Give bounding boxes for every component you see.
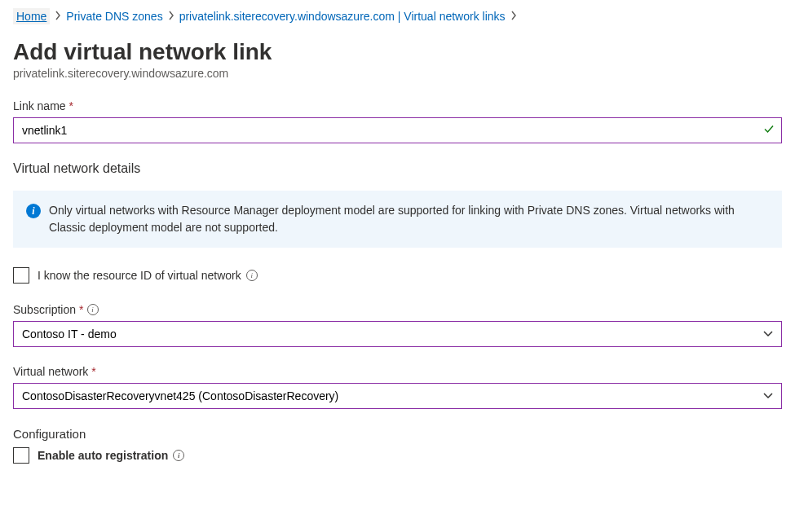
subscription-label: Subscription * i bbox=[13, 303, 782, 316]
required-asterisk: * bbox=[69, 99, 73, 112]
info-icon[interactable]: i bbox=[87, 304, 99, 315]
virtual-network-select[interactable]: ContosoDisasterRecoveryvnet425 (ContosoD… bbox=[13, 383, 782, 409]
required-asterisk: * bbox=[79, 303, 83, 316]
link-name-label: Link name * bbox=[13, 99, 782, 112]
auto-registration-checkbox-label: Enable auto registration i bbox=[38, 449, 184, 462]
breadcrumb-zone-links[interactable]: privatelink.siterecovery.windowsazure.co… bbox=[179, 10, 506, 23]
required-asterisk: * bbox=[91, 365, 95, 378]
info-icon: i bbox=[26, 204, 41, 218]
chevron-right-icon bbox=[510, 10, 517, 23]
resource-id-checkbox[interactable] bbox=[13, 267, 29, 284]
breadcrumb-zones[interactable]: Private DNS zones bbox=[66, 10, 162, 23]
configuration-header: Configuration bbox=[13, 427, 782, 441]
info-icon[interactable]: i bbox=[246, 270, 258, 281]
info-text: Only virtual networks with Resource Mana… bbox=[49, 202, 769, 236]
page-title: Add virtual network link bbox=[13, 39, 782, 65]
resource-id-checkbox-label: I know the resource ID of virtual networ… bbox=[38, 269, 258, 282]
breadcrumb-home[interactable]: Home bbox=[13, 8, 50, 24]
chevron-right-icon bbox=[55, 10, 61, 23]
virtual-network-label: Virtual network * bbox=[13, 365, 782, 378]
vnet-details-header: Virtual network details bbox=[13, 161, 782, 176]
auto-registration-checkbox[interactable] bbox=[13, 447, 29, 464]
info-box: i Only virtual networks with Resource Ma… bbox=[13, 191, 782, 248]
subscription-select[interactable]: Contoso IT - demo bbox=[13, 321, 782, 347]
breadcrumb: Home Private DNS zones privatelink.siter… bbox=[13, 8, 782, 24]
page-subtitle: privatelink.siterecovery.windowsazure.co… bbox=[13, 67, 782, 80]
info-icon[interactable]: i bbox=[173, 450, 184, 461]
link-name-input[interactable] bbox=[13, 117, 782, 143]
chevron-right-icon bbox=[168, 10, 174, 23]
checkmark-icon bbox=[762, 123, 775, 138]
